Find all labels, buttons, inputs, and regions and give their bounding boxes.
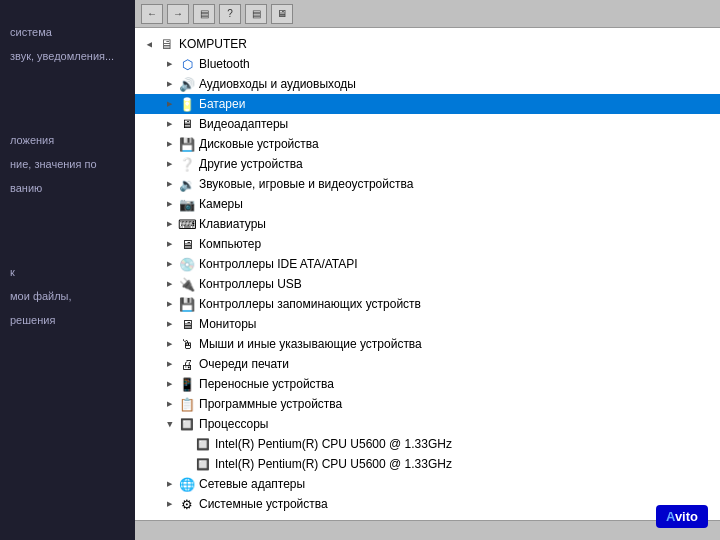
video-label: Видеоадаптеры (199, 117, 288, 131)
video-expand (163, 118, 175, 130)
tree-root-komputer[interactable]: 🖥 KOMPUTER (135, 34, 720, 54)
ide-label: Контроллеры IDE ATA/ATAPI (199, 257, 358, 271)
cpu2-label: Intel(R) Pentium(R) CPU U5600 @ 1.33GHz (215, 457, 452, 471)
tree-item-net[interactable]: 🌐 Сетевые адаптеры (135, 474, 720, 494)
tree-item-sound[interactable]: 🔉 Звуковые, игровые и видеоустройства (135, 174, 720, 194)
grid-button[interactable]: ▤ (245, 4, 267, 24)
mice-expand (163, 338, 175, 350)
ide-icon: 💿 (179, 256, 195, 272)
sound-expand (163, 178, 175, 190)
back-button[interactable]: ← (141, 4, 163, 24)
tree-item-usb[interactable]: 🔌 Контроллеры USB (135, 274, 720, 294)
root-label: KOMPUTER (179, 37, 247, 51)
tree-item-batteries[interactable]: 🔋 Батареи (135, 94, 720, 114)
sysdevices-label: Системные устройства (199, 497, 328, 511)
tree-item-mice[interactable]: 🖱 Мыши и иные указывающие устройства (135, 334, 720, 354)
sysdevices-expand (163, 498, 175, 510)
cameras-icon: 📷 (179, 196, 195, 212)
usb-icon: 🔌 (179, 276, 195, 292)
cpu2-icon: 🔲 (195, 456, 211, 472)
toolbar: ← → ▤ ? ▤ 🖥 (135, 0, 720, 28)
monitors-label: Мониторы (199, 317, 256, 331)
disk-label: Дисковые устройства (199, 137, 319, 151)
audio-expand (163, 78, 175, 90)
net-label: Сетевые адаптеры (199, 477, 305, 491)
processors-label: Процессоры (199, 417, 269, 431)
tree-item-keyboards[interactable]: ⌨ Клавиатуры (135, 214, 720, 234)
other-label: Другие устройства (199, 157, 303, 171)
usb-expand (163, 278, 175, 290)
computer-icon: 🖥 (159, 36, 175, 52)
computer-expand (163, 238, 175, 250)
keyboards-label: Клавиатуры (199, 217, 266, 231)
software-icon: 📋 (179, 396, 195, 412)
view-button[interactable]: ▤ (193, 4, 215, 24)
left-panel-item-files[interactable]: к (0, 260, 135, 284)
monitors-expand (163, 318, 175, 330)
audio-icon: 🔊 (179, 76, 195, 92)
batteries-icon: 🔋 (179, 96, 195, 112)
batteries-expand (163, 98, 175, 110)
sysdevices-icon: ⚙ (179, 496, 195, 512)
tree-item-video[interactable]: 🖥 Видеоадаптеры (135, 114, 720, 134)
tree-item-disk[interactable]: 💾 Дисковые устройства (135, 134, 720, 154)
avito-a-letter: A (666, 509, 675, 524)
left-panel-item-sound[interactable]: звук, уведомления... (0, 44, 135, 68)
tree-item-cpu2[interactable]: 🔲 Intel(R) Pentium(R) CPU U5600 @ 1.33GH… (135, 454, 720, 474)
disk-expand (163, 138, 175, 150)
status-bar (135, 520, 720, 540)
monitor-button[interactable]: 🖥 (271, 4, 293, 24)
portable-expand (163, 378, 175, 390)
left-panel-item-umano[interactable]: ванию (0, 176, 135, 200)
tree-item-cameras[interactable]: 📷 Камеры (135, 194, 720, 214)
help-button[interactable]: ? (219, 4, 241, 24)
cameras-expand (163, 198, 175, 210)
tree-item-portable[interactable]: 📱 Переносные устройства (135, 374, 720, 394)
tree-item-cpu1[interactable]: 🔲 Intel(R) Pentium(R) CPU U5600 @ 1.33GH… (135, 434, 720, 454)
computer-label: Компьютер (199, 237, 261, 251)
disk-icon: 💾 (179, 136, 195, 152)
avito-watermark: Avito (656, 505, 708, 528)
tree-item-monitors[interactable]: 🖥 Мониторы (135, 314, 720, 334)
tree-container: 🖥 KOMPUTER ⬡ Bluetooth 🔊 Аудиовходы и ау… (135, 32, 720, 516)
left-panel-item-myfiles[interactable]: мои файлы, (0, 284, 135, 308)
print-icon: 🖨 (179, 356, 195, 372)
tree-item-computer[interactable]: 🖥 Компьютер (135, 234, 720, 254)
ide-expand (163, 258, 175, 270)
cpu1-label: Intel(R) Pentium(R) CPU U5600 @ 1.33GHz (215, 437, 452, 451)
computer-icon2: 🖥 (179, 236, 195, 252)
net-icon: 🌐 (179, 476, 195, 492)
print-label: Очереди печати (199, 357, 289, 371)
sound-label: Звуковые, игровые и видеоустройства (199, 177, 413, 191)
software-label: Программные устройства (199, 397, 342, 411)
left-panel-item-resolve[interactable]: решения (0, 308, 135, 332)
main-area: ← → ▤ ? ▤ 🖥 🖥 KOMPUTER (135, 0, 720, 540)
other-icon: ❔ (179, 156, 195, 172)
left-panel-item-system[interactable]: система (0, 20, 135, 44)
left-panel: система звук, уведомления... ложения ние… (0, 0, 135, 540)
tree-item-processors[interactable]: 🔲 Процессоры (135, 414, 720, 434)
portable-label: Переносные устройства (199, 377, 334, 391)
tree-item-software[interactable]: 📋 Программные устройства (135, 394, 720, 414)
video-icon: 🖥 (179, 116, 195, 132)
device-manager-tree: 🖥 KOMPUTER ⬡ Bluetooth 🔊 Аудиовходы и ау… (135, 28, 720, 520)
keyboards-expand (163, 218, 175, 230)
tree-item-ide[interactable]: 💿 Контроллеры IDE ATA/ATAPI (135, 254, 720, 274)
tree-item-audio[interactable]: 🔊 Аудиовходы и аудиовыходы (135, 74, 720, 94)
mice-label: Мыши и иные указывающие устройства (199, 337, 422, 351)
left-panel-item-values[interactable]: ние, значения по (0, 152, 135, 176)
tree-item-storage[interactable]: 💾 Контроллеры запоминающих устройств (135, 294, 720, 314)
tree-item-other[interactable]: ❔ Другие устройства (135, 154, 720, 174)
avito-text: vito (675, 509, 698, 524)
left-panel-item-apps[interactable]: ложения (0, 128, 135, 152)
root-expand-arrow (143, 38, 155, 50)
tree-item-bluetooth[interactable]: ⬡ Bluetooth (135, 54, 720, 74)
bluetooth-expand (163, 58, 175, 70)
tree-item-print[interactable]: 🖨 Очереди печати (135, 354, 720, 374)
cpu1-icon: 🔲 (195, 436, 211, 452)
net-expand (163, 478, 175, 490)
processors-icon: 🔲 (179, 416, 195, 432)
tree-item-sysdevices[interactable]: ⚙ Системные устройства (135, 494, 720, 514)
forward-button[interactable]: → (167, 4, 189, 24)
monitors-icon: 🖥 (179, 316, 195, 332)
